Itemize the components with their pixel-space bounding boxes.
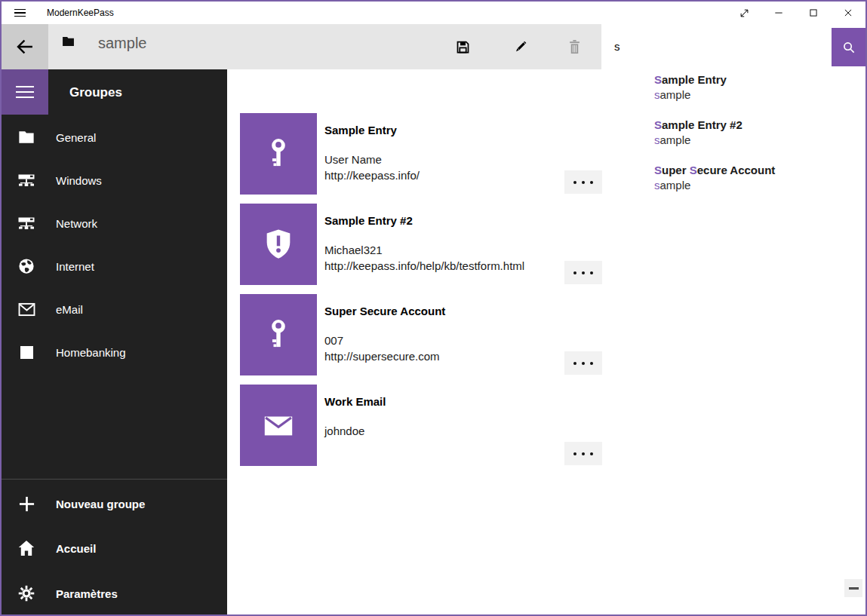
sidebar-item-internet[interactable]: Internet (2, 245, 227, 287)
entry-title: Sample Entry (324, 123, 397, 138)
sidebar-item-new-group[interactable]: Nouveau groupe (2, 483, 227, 525)
sidebar-divider (2, 479, 227, 480)
sidebar-item-label: Homebanking (56, 346, 126, 359)
more-options-button[interactable] (564, 170, 602, 194)
entry-tile (240, 294, 317, 375)
app-command-bar: sample (2, 24, 601, 69)
groups-header: Groupes (69, 83, 122, 103)
entry-row[interactable]: Work Email johndoe (240, 385, 613, 466)
sidebar: Groupes General Windows Network Internet (2, 69, 227, 614)
square-icon (17, 346, 36, 359)
back-button[interactable] (2, 24, 48, 69)
title-menu-button[interactable] (2, 2, 38, 24)
suggestion-title: Super Secure Account (654, 163, 865, 178)
suggestion-title: Sample Entry #2 (654, 118, 865, 133)
more-options-button[interactable] (564, 261, 602, 284)
globe-icon (17, 258, 36, 274)
entry-row[interactable]: Super Secure Account 007 http://supersec… (240, 294, 613, 375)
search-bar (603, 24, 865, 68)
fullscreen-button[interactable] (727, 2, 761, 24)
more-options-button[interactable] (564, 442, 602, 465)
entry-title: Super Secure Account (324, 304, 445, 319)
save-button[interactable] (445, 24, 480, 69)
entry-tile (240, 385, 317, 466)
entry-tile (240, 113, 317, 195)
folder-icon (17, 130, 36, 144)
sidebar-item-windows[interactable]: Windows (2, 159, 227, 201)
search-suggestion-item[interactable]: Sample Entry sample (603, 72, 865, 118)
edit-button[interactable] (503, 24, 538, 69)
search-input[interactable] (603, 24, 832, 68)
save-icon (455, 39, 471, 55)
titlebar: ModernKeePass (2, 2, 865, 24)
minus-icon (849, 587, 859, 590)
window-controls (727, 2, 865, 24)
entry-details: 007 http://supersecure.com (324, 333, 440, 364)
edit-pencil-icon (513, 39, 528, 54)
sidebar-item-general[interactable]: General (2, 116, 227, 158)
hamburger-icon (16, 86, 34, 99)
sidebar-item-label: General (56, 131, 96, 144)
more-options-button[interactable] (564, 351, 602, 375)
search-suggestion-item[interactable]: Super Secure Account sample (603, 163, 865, 208)
entry-row[interactable]: Sample Entry #2 Michael321 http://keepas… (240, 204, 613, 285)
ellipsis-icon (573, 271, 576, 274)
sidebar-item-network[interactable]: Network (2, 202, 227, 244)
sidebar-item-label: Nouveau groupe (56, 498, 145, 510)
minimize-button[interactable] (761, 2, 796, 24)
window-title: ModernKeePass (47, 2, 114, 24)
entry-url: http://supersecure.com (324, 349, 440, 365)
close-icon (843, 8, 853, 18)
entry-username: 007 (324, 333, 440, 349)
maximize-button[interactable] (796, 2, 831, 24)
email-icon (260, 408, 297, 443)
sidebar-item-label: Paramètres (56, 587, 118, 600)
sidebar-item-label: Internet (56, 260, 94, 273)
delete-trash-icon (567, 39, 582, 55)
ellipsis-icon (573, 362, 576, 365)
plus-icon (17, 495, 36, 513)
fullscreen-icon (739, 8, 750, 19)
entry-row[interactable]: Sample Entry User Name http://keepass.in… (240, 113, 613, 195)
entry-username: johndoe (324, 424, 364, 440)
maximize-icon (808, 8, 819, 18)
gear-icon (17, 585, 36, 602)
suggestion-subtitle: sample (654, 178, 865, 193)
search-suggestion-item[interactable]: Sample Entry #2 sample (603, 118, 865, 163)
sidebar-item-email[interactable]: eMail (2, 288, 227, 330)
network-icon (17, 216, 36, 230)
close-button[interactable] (831, 2, 865, 24)
entry-title: Sample Entry #2 (324, 213, 413, 228)
entry-url: http://keepass.info/help/kb/testform.htm… (324, 259, 524, 274)
ellipsis-icon (573, 452, 576, 455)
entry-details: User Name http://keepass.info/ (324, 152, 420, 183)
search-button[interactable] (832, 28, 865, 66)
sidebar-item-label: Windows (56, 174, 102, 187)
database-folder-icon (62, 36, 75, 50)
entry-username: Michael321 (324, 243, 524, 259)
sidebar-item-homebanking[interactable]: Homebanking (2, 331, 227, 373)
sidebar-item-label: eMail (56, 303, 83, 316)
entry-details: johndoe (324, 424, 364, 440)
network-icon (17, 173, 36, 187)
suggestion-subtitle: sample (654, 87, 865, 103)
entry-url: http://keepass.info/ (324, 168, 420, 184)
key-icon (261, 317, 296, 352)
shield-alert-icon (261, 227, 296, 262)
envelope-icon (17, 302, 36, 317)
home-icon (17, 540, 36, 556)
sidebar-item-settings[interactable]: Paramètres (2, 572, 227, 614)
search-suggestions: Sample Entry sample Sample Entry #2 samp… (603, 66, 865, 208)
database-title: sample (98, 35, 146, 52)
entry-username: User Name (324, 152, 420, 168)
back-arrow-icon (14, 36, 35, 57)
nav-menu-button[interactable] (2, 69, 48, 115)
suggestion-subtitle: sample (654, 133, 865, 148)
delete-button[interactable] (557, 24, 592, 69)
entry-tile (240, 204, 317, 285)
entry-details: Michael321 http://keepass.info/help/kb/t… (324, 243, 524, 274)
key-icon (261, 136, 296, 171)
zoom-out-button[interactable] (844, 579, 862, 597)
ellipsis-icon (573, 181, 576, 184)
sidebar-item-home[interactable]: Accueil (2, 527, 227, 569)
